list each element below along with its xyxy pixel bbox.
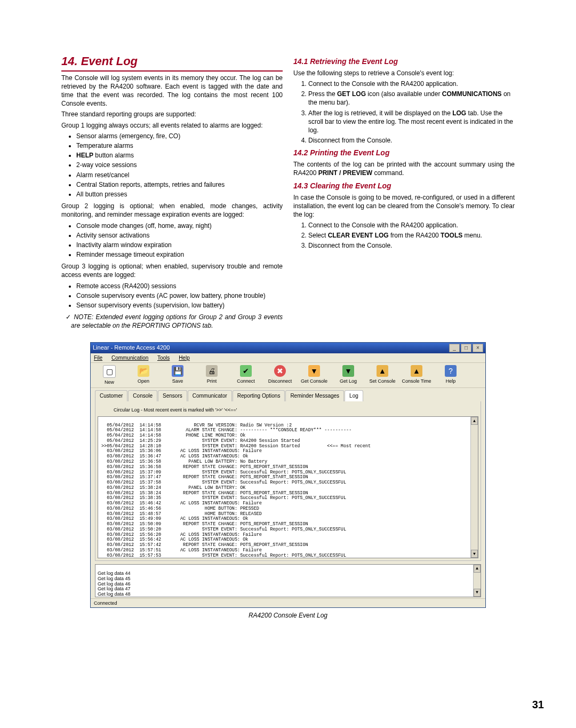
status-output[interactable]: Get log data 44 Get log data 45 Get log … bbox=[95, 564, 481, 597]
list-item: Connect to the Console with the RA4200 a… bbox=[308, 80, 515, 88]
page-number: 31 bbox=[532, 698, 544, 712]
list-item: Activity sensor activations bbox=[76, 231, 283, 240]
save-button[interactable]: 💾Save bbox=[162, 365, 193, 385]
scroll-up-button[interactable]: ▲ bbox=[471, 417, 478, 425]
list-item: Console supervisory events (AC power, lo… bbox=[76, 291, 283, 300]
minimize-button[interactable]: _ bbox=[449, 344, 460, 352]
toolbar-label: Set Console bbox=[369, 378, 395, 384]
download-icon: ▼ bbox=[342, 365, 354, 377]
status-bar: Connected bbox=[91, 598, 485, 607]
clear-steps: Connect to the Console with the RA4200 a… bbox=[300, 221, 515, 250]
subsection-body: In case the Console is going to be moved… bbox=[293, 193, 515, 219]
figure-caption: RA4200 Console Event Log bbox=[61, 611, 515, 620]
save-icon: 💾 bbox=[172, 365, 183, 377]
vertical-scrollbar[interactable]: ▲ ▼ bbox=[473, 565, 481, 597]
close-button[interactable]: × bbox=[473, 344, 483, 352]
list-item: Alarm reset/cancel bbox=[76, 171, 283, 179]
menu-tools[interactable]: Tools bbox=[157, 355, 170, 361]
list-item: Disconnect from the Console. bbox=[308, 241, 515, 250]
group1-lead: Group 1 logging always occurs; all event… bbox=[61, 121, 283, 130]
connect-icon: ✔ bbox=[240, 365, 252, 377]
disconnect-button[interactable]: ✖Disconnect bbox=[265, 365, 295, 385]
console-time-button[interactable]: ▲Console Time bbox=[401, 365, 432, 385]
list-item: 2-way voice sessions bbox=[76, 161, 283, 169]
scroll-up-button[interactable]: ▲ bbox=[474, 565, 481, 573]
toolbar-label: Open bbox=[138, 378, 149, 384]
tab-sensors[interactable]: Sensors bbox=[158, 390, 187, 401]
log-panel: Circular Log - Most recent event is mark… bbox=[95, 401, 481, 561]
list-item: Inactivity alarm window expiration bbox=[76, 241, 283, 249]
toolbar-label: Disconnect bbox=[268, 378, 292, 384]
menu-file[interactable]: File bbox=[94, 355, 102, 361]
menu-communication[interactable]: Communication bbox=[111, 355, 148, 361]
subsection-intro: Use the following steps to retrieve a Co… bbox=[293, 69, 515, 77]
tab-reminder-messages[interactable]: Reminder Messages bbox=[285, 390, 344, 401]
download-icon: ▼ bbox=[308, 365, 320, 377]
list-item: Temperature alarms bbox=[76, 141, 283, 150]
titlebar[interactable]: Linear - Remote Access 4200 _ □ × bbox=[91, 343, 485, 353]
print-button[interactable]: 🖨Print bbox=[196, 365, 227, 385]
print-icon: 🖨 bbox=[206, 365, 218, 377]
list-item: Press the GET LOG icon (also available u… bbox=[308, 90, 515, 107]
list-item: Sensor supervisory events (supervision, … bbox=[76, 301, 283, 310]
window-title: Linear - Remote Access 4200 bbox=[93, 344, 170, 352]
list-item: Connect to the Console with the RA4200 a… bbox=[308, 221, 515, 230]
toolbar-label: Get Console bbox=[301, 378, 327, 384]
toolbar-label: Print bbox=[207, 378, 217, 384]
toolbar: ▢New 📂Open 💾Save 🖨Print ✔Connect ✖Discon… bbox=[91, 363, 485, 388]
log-textbox[interactable]: 05/04/2012 14:14:58 RCVR SW VERSION: Rad… bbox=[98, 416, 478, 558]
toolbar-label: Get Log bbox=[340, 378, 357, 384]
list-item: Sensor alarms (emergency, fire, CO) bbox=[76, 132, 283, 140]
connect-button[interactable]: ✔Connect bbox=[230, 365, 261, 385]
list-item: Remote access (RA4200) sessions bbox=[76, 282, 283, 290]
toolbar-label: Save bbox=[172, 378, 183, 384]
subsection-heading: 14.2 Printing the Event Log bbox=[293, 148, 515, 158]
list-item: Disconnect from the Console. bbox=[308, 136, 515, 145]
folder-icon: 📂 bbox=[138, 365, 149, 377]
menubar: File Communication Tools Help bbox=[91, 353, 485, 363]
menu-help[interactable]: Help bbox=[179, 355, 190, 361]
tab-strip: Customer Console Sensors Communicator Re… bbox=[91, 388, 485, 401]
intro-paragraph-1: The Console will log system events in it… bbox=[61, 74, 283, 108]
toolbar-label: Help bbox=[446, 378, 456, 384]
list-item: Select CLEAR EVENT LOG from the RA4200 T… bbox=[308, 231, 515, 240]
retrieve-steps: Connect to the Console with the RA4200 a… bbox=[300, 80, 515, 145]
toolbar-label: New bbox=[105, 379, 114, 385]
toolbar-label: Connect bbox=[237, 378, 255, 384]
tab-reporting-options[interactable]: Reporting Options bbox=[233, 390, 285, 401]
right-column: 14.1 Retrieving the Event Log Use the fo… bbox=[293, 53, 515, 330]
list-item: All button presses bbox=[76, 190, 283, 199]
log-content: 05/04/2012 14:14:58 RCVR SW VERSION: Rad… bbox=[101, 423, 371, 558]
group3-lead: Group 3 logging is optional; when enable… bbox=[61, 262, 283, 279]
new-button[interactable]: ▢New bbox=[94, 365, 125, 385]
list-item: Reminder message timeout expiration bbox=[76, 250, 283, 259]
disconnect-icon: ✖ bbox=[274, 365, 286, 377]
maximize-button[interactable]: □ bbox=[461, 344, 471, 352]
list-item: Console mode changes (off, home, away, n… bbox=[76, 221, 283, 230]
tab-communicator[interactable]: Communicator bbox=[188, 390, 232, 401]
app-window: Linear - Remote Access 4200 _ □ × File C… bbox=[90, 342, 486, 608]
tab-log[interactable]: Log bbox=[345, 390, 363, 401]
group1-list: Sensor alarms (emergency, fire, CO) Temp… bbox=[76, 132, 283, 199]
get-console-button[interactable]: ▼Get Console bbox=[299, 365, 330, 385]
vertical-scrollbar[interactable]: ▲ ▼ bbox=[470, 417, 478, 558]
scroll-down-button[interactable]: ▼ bbox=[474, 589, 481, 597]
scroll-down-button[interactable]: ▼ bbox=[471, 550, 478, 558]
set-console-button[interactable]: ▲Set Console bbox=[367, 365, 398, 385]
section-heading: 14. Event Log bbox=[61, 53, 283, 72]
log-label: Circular Log - Most recent event is mark… bbox=[98, 406, 478, 415]
subsection-body: The contents of the log can be printed w… bbox=[293, 160, 515, 177]
tab-customer[interactable]: Customer bbox=[95, 390, 127, 401]
get-log-button[interactable]: ▼Get Log bbox=[333, 365, 364, 385]
group2-list: Console mode changes (off, home, away, n… bbox=[76, 221, 283, 259]
clock-icon: ▲ bbox=[411, 365, 422, 377]
left-column: 14. Event Log The Console will log syste… bbox=[61, 53, 283, 330]
subsection-heading: 14.1 Retrieving the Event Log bbox=[293, 57, 515, 67]
help-button[interactable]: ?Help bbox=[435, 365, 466, 385]
intro-paragraph-2: Three standard reporting groups are supp… bbox=[61, 110, 283, 118]
tab-console[interactable]: Console bbox=[128, 390, 157, 401]
open-button[interactable]: 📂Open bbox=[128, 365, 159, 385]
two-column-layout: 14. Event Log The Console will log syste… bbox=[61, 53, 515, 330]
note-paragraph: NOTE: Extended event logging options for… bbox=[71, 313, 283, 330]
new-icon: ▢ bbox=[103, 365, 116, 378]
